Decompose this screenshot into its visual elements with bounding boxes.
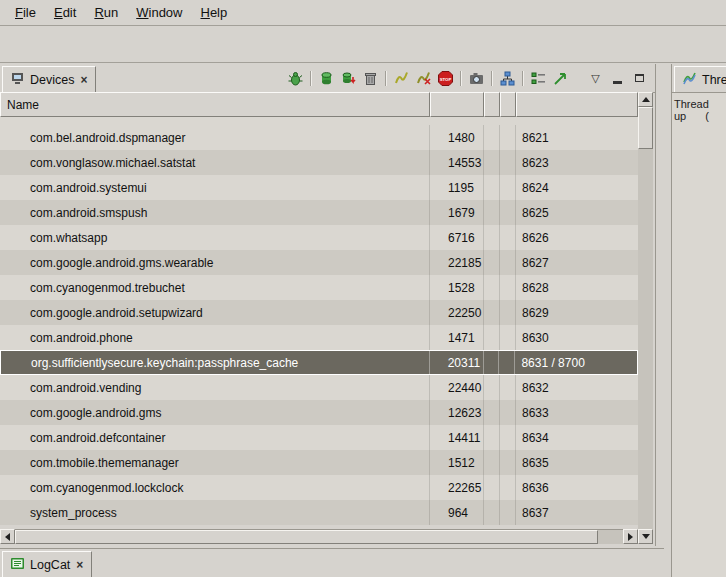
cell-pid: 1679 [430,200,484,225]
table-row[interactable]: com.android.vending 22440 8632 [0,375,638,400]
table-row[interactable]: com.cyanogenmod.trebuchet 1528 8628 [0,275,638,300]
table-row[interactable]: com.bel.android.dspmanager 1480 8621 [0,125,638,150]
cell-name: com.tmobile.thememanager [0,450,430,475]
vertical-scroll-thumb[interactable] [638,107,653,149]
cell-status1 [484,400,500,425]
cell-port: 8623 [516,150,638,175]
table-row[interactable]: org.sufficientlysecure.keychain:passphra… [0,350,638,375]
column-header-status2[interactable] [500,92,516,117]
update-threads-icon[interactable] [392,69,411,88]
column-header-status1[interactable] [484,92,500,117]
device-row-list: com.bel.android.dspmanager 1480 8621 com… [0,125,638,525]
cell-name: com.whatsapp [0,225,430,250]
cell-port: 8635 [516,450,638,475]
cause-gc-icon[interactable] [361,69,380,88]
cell-port: 8625 [516,200,638,225]
cell-pid: 1528 [430,275,484,300]
table-row[interactable]: com.android.smspush 1679 8625 [0,200,638,225]
cell-name: com.android.systemui [0,175,430,200]
devices-tab-label: Devices [30,73,74,87]
view-menu-icon[interactable]: ▽ [586,69,605,88]
scroll-left-button[interactable] [0,529,15,544]
scroll-down-button[interactable] [638,529,653,544]
cell-status1 [484,300,500,325]
tab-logcat[interactable]: LogCat × [2,551,92,577]
minimize-icon[interactable] [608,69,627,88]
table-row[interactable]: com.google.android.gms 12623 8633 [0,400,638,425]
stop-process-icon[interactable]: STOP [436,69,455,88]
horizontal-scrollbar[interactable] [0,529,638,544]
maximize-icon[interactable] [630,69,649,88]
cell-name: com.cyanogenmod.trebuchet [0,275,430,300]
table-row[interactable]: com.google.android.gms.wearable 22185 86… [0,250,638,275]
menu-run[interactable]: Run [85,1,127,24]
table-row[interactable]: com.tmobile.thememanager 1512 8635 [0,450,638,475]
column-header-port[interactable] [516,92,638,117]
threads-message: Thread up ( [672,93,726,577]
device-table: com.bel.android.dspmanager 1480 8621 com… [0,117,638,529]
cell-status2 [500,475,516,500]
table-row[interactable]: com.vonglasow.michael.satstat 14553 8623 [0,150,638,175]
table-row[interactable]: com.google.android.setupwizard 22250 862… [0,300,638,325]
cell-port: 8637 [516,500,638,525]
cell-pid: 22250 [430,300,484,325]
cell-port: 8632 [516,375,638,400]
menu-file[interactable]: File [6,1,45,24]
horizontal-scroll-thumb[interactable] [15,530,598,544]
tree-view-icon[interactable] [529,69,548,88]
table-row[interactable]: com.whatsapp 6716 8626 [0,225,638,250]
cell-port: 8631 / 8700 [515,351,637,374]
devices-tab-close-icon[interactable]: × [79,74,88,86]
table-row[interactable]: system_process 964 8637 [0,500,638,525]
table-row[interactable]: com.cyanogenmod.lockclock 22265 8636 [0,475,638,500]
cell-name: com.google.android.gms.wearable [0,250,430,275]
column-header-name[interactable]: Name [0,92,430,117]
cell-port: 8621 [516,125,638,150]
cell-status2 [500,275,516,300]
update-heap-icon[interactable] [317,69,336,88]
cell-status1 [484,375,500,400]
dump-hprof-icon[interactable] [339,69,358,88]
table-row[interactable]: com.android.systemui 1195 8624 [0,175,638,200]
tab-threads[interactable]: Threads [674,66,726,92]
pixel-perfect-icon[interactable] [551,69,570,88]
cell-pid: 14411 [430,425,484,450]
hierarchy-view-icon[interactable] [498,69,517,88]
cell-port: 8627 [516,250,638,275]
cell-name: system_process [0,500,430,525]
cell-pid: 12623 [430,400,484,425]
column-header-pid[interactable] [430,92,484,117]
toolbar-separator [522,71,524,86]
scroll-right-button[interactable] [623,529,638,544]
devices-tab-bar: Devices × STOP [0,64,655,93]
menu-window[interactable]: Window [127,1,191,24]
cell-status2 [500,375,516,400]
threads-tab-label: Threads [702,73,726,87]
cell-port: 8628 [516,275,638,300]
cell-status2 [500,450,516,475]
cell-pid: 1195 [430,175,484,200]
svg-text:STOP: STOP [440,76,452,81]
devices-panel: Devices × STOP [0,64,656,546]
menu-help[interactable]: Help [191,1,236,24]
screen-capture-icon[interactable] [467,69,486,88]
cell-name: com.google.android.setupwizard [0,300,430,325]
debug-icon[interactable] [286,69,305,88]
cell-status2 [500,400,516,425]
devices-toolbar: STOP ▽ [286,68,649,88]
table-row[interactable]: com.android.phone 1471 8630 [0,325,638,350]
cell-pid: 22185 [430,250,484,275]
tab-devices[interactable]: Devices × [2,66,96,92]
logcat-tab-close-icon[interactable]: × [75,559,84,571]
scroll-up-button[interactable] [638,92,653,107]
cell-status2 [500,325,516,350]
table-header: Name [0,92,638,117]
threads-message-line2: ( [689,110,709,122]
menu-edit[interactable]: Edit [45,1,85,24]
table-row[interactable]: com.android.defcontainer 14411 8634 [0,425,638,450]
threads-tab-icon [682,71,697,89]
cell-port: 8633 [516,400,638,425]
vertical-scrollbar[interactable] [638,92,653,544]
stop-threads-icon[interactable] [414,69,433,88]
cell-port: 8624 [516,175,638,200]
